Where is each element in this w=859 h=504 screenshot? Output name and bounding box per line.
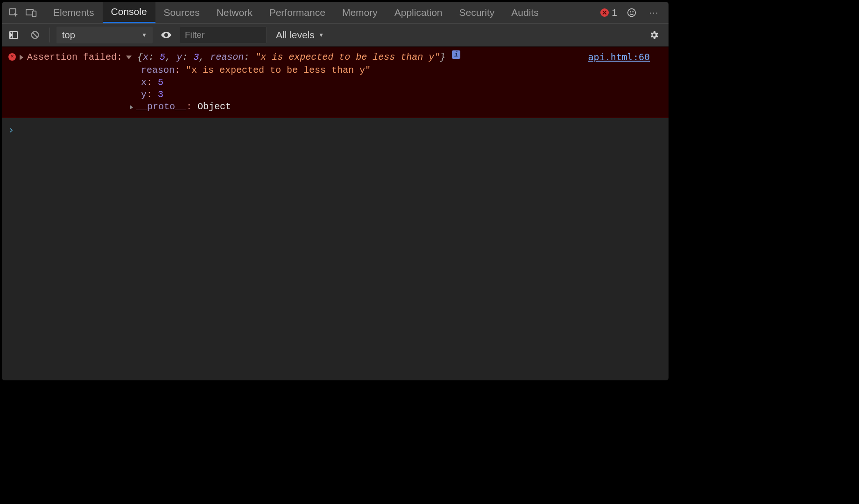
error-count: 1 [612,7,617,18]
clear-console-icon[interactable] [27,27,43,43]
error-icon: ✕ [8,53,16,61]
tab-console[interactable]: Console [103,2,155,23]
tab-label: Performance [269,7,325,18]
more-menu-icon[interactable]: ⋯ [646,5,662,21]
error-dot-icon: ✕ [600,8,609,17]
device-toolbar-icon[interactable] [23,5,39,21]
log-levels-select[interactable]: All levels ▼ [272,29,328,41]
toolbar-divider [49,28,50,42]
tab-label: Application [394,7,443,18]
smiley-feedback-icon[interactable] [624,5,640,21]
execution-context-select[interactable]: top ▼ [56,27,153,43]
object-property-row[interactable]: reason: "x is expected to be less than y… [130,64,660,77]
tab-audits[interactable]: Audits [503,2,547,23]
tab-network[interactable]: Network [208,2,261,23]
devtools-window: Elements Console Sources Network Perform… [2,2,669,380]
tab-performance[interactable]: Performance [261,2,334,23]
svg-point-5 [633,11,633,12]
console-input-area[interactable]: › [2,118,669,380]
toggle-console-sidebar-icon[interactable] [6,27,21,43]
source-link[interactable]: api.html:60 [588,51,650,63]
panel-tabs: Elements Console Sources Network Perform… [45,2,547,23]
devtools-tabbar: Elements Console Sources Network Perform… [2,2,669,23]
prompt-chevron-icon: › [8,124,14,135]
error-counter[interactable]: ✕ 1 [600,7,617,19]
tab-label: Audits [511,7,538,18]
object-property-row[interactable]: y: 3 [130,89,660,101]
tab-label: Memory [342,7,378,18]
log-levels-label: All levels [276,29,315,41]
info-badge-icon[interactable]: i [452,50,460,59]
tabbar-right: ✕ 1 ⋯ [600,5,662,21]
object-expanded: reason: "x is expected to be less than y… [130,64,660,113]
tab-label: Sources [164,7,200,18]
tab-label: Security [459,7,494,18]
tab-label: Console [111,6,147,17]
object-property-row[interactable]: x: 5 [130,77,660,89]
live-expression-eye-icon[interactable] [158,27,174,43]
console-error-message[interactable]: api.html:60 ✕ Assertion failed: {x: 5, y… [2,47,669,118]
object-property-row[interactable]: __proto__: Object [130,101,660,113]
object-preview[interactable]: {x: 5, y: 3, reason: "x is expected to b… [137,51,445,63]
svg-point-3 [628,8,636,16]
chevron-down-icon: ▼ [318,32,324,38]
filter-input[interactable] [180,27,267,43]
tab-application[interactable]: Application [386,2,451,23]
svg-point-4 [630,11,631,12]
svg-rect-2 [33,11,36,16]
execution-context-value: top [62,30,75,41]
tab-label: Network [217,7,253,18]
svg-marker-7 [11,33,12,36]
console-toolbar: top ▼ All levels ▼ [2,23,669,47]
expand-stack-icon[interactable] [20,55,23,60]
chevron-down-icon: ▼ [141,32,147,38]
collapse-object-icon[interactable] [126,56,132,59]
inspect-element-icon[interactable] [6,5,21,21]
console-output: api.html:60 ✕ Assertion failed: {x: 5, y… [2,47,669,380]
tab-memory[interactable]: Memory [334,2,386,23]
console-settings-gear-icon[interactable] [646,27,662,43]
tab-label: Elements [53,7,94,18]
expand-proto-icon[interactable] [130,105,133,110]
tab-sources[interactable]: Sources [155,2,208,23]
tab-security[interactable]: Security [451,2,503,23]
assertion-label: Assertion failed: [27,51,122,63]
tab-elements[interactable]: Elements [45,2,103,23]
